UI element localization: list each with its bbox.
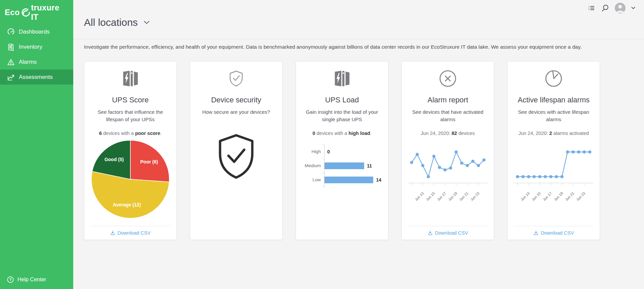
svg-text:?: ? — [9, 278, 12, 282]
svg-text:Jun 13: Jun 13 — [414, 191, 425, 202]
sidebar-item-dashboards[interactable]: Dashboards — [0, 24, 73, 39]
help-icon: ? — [7, 276, 14, 283]
download-icon — [533, 230, 539, 236]
assessment-cards: UPS Score See factors that influence the… — [84, 61, 633, 240]
download-csv-label: Download CSV — [118, 230, 151, 236]
svg-text:Jun 15: Jun 15 — [425, 191, 436, 202]
sidebar-item-alarms[interactable]: Alarms — [0, 54, 73, 69]
bar-row: Medium11 — [303, 159, 381, 173]
sidebar: Ecotruxure IT Dashboards Inventory Alarm… — [0, 0, 73, 289]
page-header: All locations — [73, 0, 644, 39]
card-description: Gain insight into the load of your singl… — [303, 108, 381, 123]
inventory-icon — [7, 43, 15, 51]
card-ups-load[interactable]: UPS Load Gain insight into the load of y… — [296, 61, 388, 240]
location-title: All locations — [84, 17, 138, 28]
download-csv-label: Download CSV — [541, 230, 574, 236]
app-root: Ecotruxure IT Dashboards Inventory Alarm… — [0, 0, 644, 289]
svg-text:Average (12): Average (12) — [113, 202, 141, 207]
download-icon — [110, 230, 115, 236]
sidebar-item-label: Alarms — [19, 59, 37, 65]
help-center-label: Help Center — [17, 277, 46, 283]
download-icon — [428, 230, 433, 236]
svg-text:Jun 21: Jun 21 — [459, 191, 469, 202]
logo-text-eco: Eco — [5, 8, 20, 17]
alarm-triangle-icon — [7, 58, 15, 66]
clock-icon — [545, 69, 563, 88]
bar-row: High0 — [303, 145, 381, 159]
logo-text-truxure: truxure IT — [31, 3, 69, 22]
card-stat: 0 devices with a high load. — [312, 131, 372, 136]
ups-load-bar-chart: High0Medium11Low14 — [302, 145, 382, 187]
sidebar-item-inventory[interactable]: Inventory — [0, 39, 73, 54]
bar-row: Low14 — [303, 173, 381, 187]
svg-text:Jun 23: Jun 23 — [575, 191, 586, 202]
card-title: UPS Load — [325, 96, 359, 104]
sidebar-item-label: Inventory — [19, 44, 42, 50]
download-csv-link[interactable]: Download CSV — [90, 226, 170, 240]
card-description: See devices that have activated alarms — [409, 108, 487, 123]
list-icon[interactable] — [587, 4, 595, 12]
sidebar-item-label: Assessments — [19, 74, 53, 81]
svg-text:Jun 17: Jun 17 — [542, 191, 553, 202]
shield-check-illustration — [196, 133, 276, 180]
ups-score-pie-chart: Poor (6)Average (12)Good (5) — [90, 139, 170, 219]
card-description: How secure are your devices? — [202, 108, 270, 116]
card-stat: 6 devices with a poor score. — [99, 131, 162, 136]
trend-chart-icon — [7, 73, 15, 81]
card-description: See factors that influence the lifespan … — [91, 108, 170, 123]
page-description: Investigate the performance, efficiency,… — [84, 44, 633, 50]
download-csv-link[interactable]: Download CSV — [408, 226, 488, 240]
card-stat: Jun 24, 2020: 2 alarms activated — [518, 131, 589, 136]
card-title: Device security — [211, 96, 261, 104]
circle-x-icon — [439, 69, 457, 88]
location-selector[interactable]: All locations — [84, 17, 149, 28]
svg-text:Jun 15: Jun 15 — [531, 191, 542, 202]
card-stat: Jun 24, 2020: 82 devices — [421, 131, 475, 136]
svg-text:Jun 21: Jun 21 — [564, 191, 575, 202]
svg-text:Jun 19: Jun 19 — [447, 191, 458, 202]
chevron-down-icon — [144, 21, 149, 24]
chevron-down-icon[interactable] — [631, 7, 635, 9]
svg-text:Poor (6): Poor (6) — [140, 159, 158, 164]
lifespan-alarms-line-chart: Jun 13Jun 15Jun 17Jun 19Jun 21Jun 23 — [514, 143, 594, 203]
ups-icon — [121, 69, 140, 88]
svg-text:Jun 19: Jun 19 — [553, 191, 564, 202]
svg-text:Good (5): Good (5) — [104, 156, 124, 162]
avatar[interactable] — [615, 3, 626, 13]
card-alarm-report[interactable]: Alarm report See devices that have activ… — [401, 61, 494, 240]
card-title: UPS Score — [112, 96, 149, 104]
download-csv-label: Download CSV — [435, 230, 468, 236]
alarm-report-line-chart: Jun 13Jun 15Jun 17Jun 19Jun 21Jun 23 — [408, 143, 488, 203]
card-ups-score[interactable]: UPS Score See factors that influence the… — [84, 61, 177, 240]
sidebar-nav: Dashboards Inventory Alarms Assessments — [0, 24, 73, 85]
search-icon[interactable] — [601, 4, 609, 12]
topbar-icons — [587, 3, 635, 13]
help-center-link[interactable]: ? Help Center — [0, 272, 73, 287]
sidebar-item-assessments[interactable]: Assessments — [0, 69, 73, 85]
svg-text:Jun 17: Jun 17 — [436, 191, 447, 202]
card-title: Active lifespan alarms — [518, 96, 590, 104]
ups-icon — [332, 69, 352, 88]
ecostruxure-s-icon — [20, 7, 31, 17]
gauge-icon — [7, 28, 15, 36]
card-title: Alarm report — [427, 96, 468, 104]
ecostruxure-logo: Ecotruxure IT — [0, 0, 73, 21]
shield-check-icon — [228, 69, 244, 88]
card-description: See devices with active lifespan alarms — [514, 108, 593, 123]
svg-text:Jun 23: Jun 23 — [470, 191, 480, 202]
svg-text:Jun 13: Jun 13 — [520, 191, 530, 202]
download-csv-link[interactable]: Download CSV — [514, 226, 594, 240]
card-active-lifespan-alarms[interactable]: Active lifespan alarms See devices with … — [507, 61, 600, 240]
card-device-security[interactable]: Device security How secure are your devi… — [190, 61, 283, 240]
main-content: All locations Investigate the performanc… — [73, 0, 644, 289]
sidebar-item-label: Dashboards — [19, 29, 50, 35]
